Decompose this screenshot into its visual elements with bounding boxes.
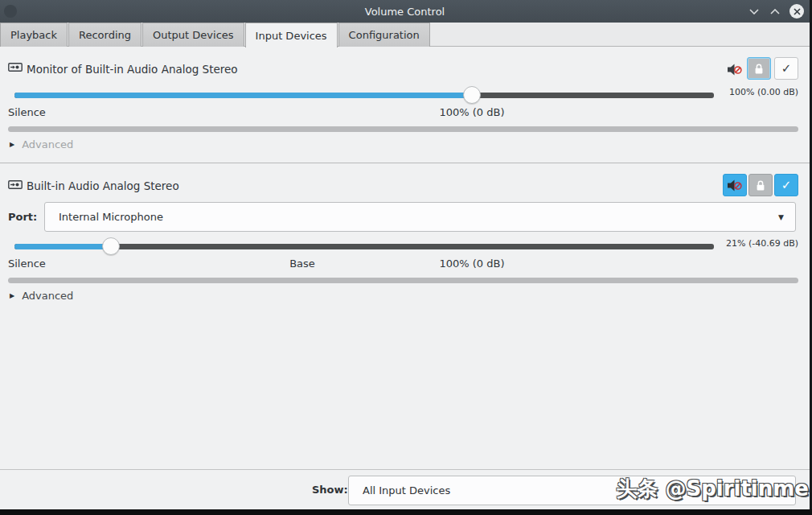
tab-recording[interactable]: Recording [68, 23, 141, 47]
dropdown-arrow-icon: ▼ [778, 213, 784, 221]
set-fallback-button[interactable]: ✓ [774, 174, 798, 196]
mute-toggle[interactable] [723, 174, 747, 196]
port-dropdown[interactable]: Internal Microphone ▼ [44, 202, 796, 232]
watermark: 头条 @Spiritinme [616, 475, 809, 503]
peak-level-meter [8, 278, 798, 283]
muted-speaker-icon [727, 63, 743, 76]
audio-input-device-icon [8, 179, 23, 191]
tab-bar: Playback Recording Output Devices Input … [0, 23, 810, 47]
lock-channels-button[interactable] [747, 57, 771, 80]
tab-playback[interactable]: Playback [0, 23, 68, 47]
mark-silence: Silence [8, 258, 46, 270]
lock-icon [755, 179, 766, 192]
muted-speaker-icon [727, 179, 743, 192]
port-label: Port: [8, 211, 37, 223]
chevron-up-icon [770, 9, 780, 14]
mute-toggle[interactable] [726, 61, 744, 77]
close-icon [794, 8, 801, 15]
peak-level-meter [8, 126, 798, 132]
show-label: Show: [312, 484, 348, 496]
audio-input-device-icon [8, 61, 23, 73]
mark-100-percent: 100% (0 dB) [439, 258, 504, 270]
slider-handle[interactable] [102, 237, 120, 255]
volume-readout: 21% (-40.69 dB) [726, 238, 798, 249]
slider-fill [14, 93, 472, 98]
expander-triangle-icon: ▶ [10, 292, 14, 299]
close-button[interactable] [789, 0, 805, 23]
titlebar: Volume Control [0, 0, 810, 23]
advanced-expander[interactable]: ▶ Advanced [10, 290, 73, 302]
tab-input-devices[interactable]: Input Devices [245, 23, 338, 47]
input-devices-panel: Monitor of Built-in Audio Analog Stereo … [0, 47, 810, 469]
tab-output-devices[interactable]: Output Devices [142, 23, 244, 47]
window-title: Volume Control [0, 6, 810, 18]
slider-fill [14, 244, 111, 249]
mark-100-percent: 100% (0 dB) [439, 106, 504, 118]
mark-silence: Silence [8, 106, 46, 118]
volume-slider[interactable] [14, 86, 714, 104]
checkmark-icon: ✓ [781, 178, 792, 192]
volume-readout: 100% (0.00 dB) [729, 87, 798, 97]
maximize-button[interactable] [765, 0, 785, 23]
mark-base: Base [289, 258, 315, 270]
set-fallback-button[interactable]: ✓ [774, 57, 798, 80]
tab-configuration[interactable]: Configuration [338, 23, 430, 47]
expander-triangle-icon: ▶ [10, 141, 14, 148]
desktop-edge-bottom [0, 509, 812, 515]
slider-handle[interactable] [463, 86, 481, 104]
device-separator [0, 163, 810, 163]
minimize-button[interactable] [744, 0, 765, 23]
lock-icon [753, 63, 765, 75]
device-name: Built-in Audio Analog Stereo [27, 179, 179, 192]
volume-control-window: Volume Control Playback Recording Output… [0, 0, 810, 509]
device-name: Monitor of Built-in Audio Analog Stereo [27, 63, 238, 76]
chevron-down-icon [749, 9, 759, 14]
advanced-expander[interactable]: ▶ Advanced [10, 138, 73, 150]
lock-channels-button[interactable] [748, 174, 773, 196]
volume-slider[interactable] [14, 237, 714, 255]
checkmark-icon: ✓ [781, 61, 792, 76]
